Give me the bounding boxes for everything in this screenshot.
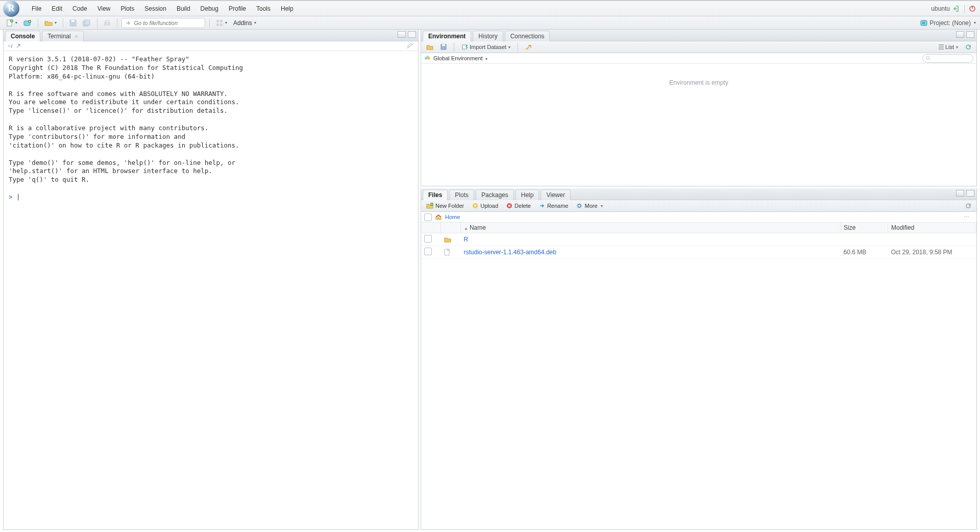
clear-workspace-button[interactable] <box>523 43 534 51</box>
svg-rect-7 <box>71 20 75 22</box>
project-selector[interactable]: R Project: (None) ▾ <box>920 19 976 27</box>
files-tabbar: Files Plots Packages Help Viewer <box>421 188 976 200</box>
table-row[interactable]: R <box>421 233 976 246</box>
tab-history[interactable]: History <box>473 31 503 41</box>
env-toolbar: Import Dataset ▾ List ▾ <box>421 41 976 53</box>
svg-rect-15 <box>220 23 223 26</box>
scope-icon <box>424 55 431 61</box>
svg-point-25 <box>926 56 929 59</box>
select-all-checkbox[interactable] <box>424 213 432 221</box>
project-icon: R <box>920 19 927 27</box>
menu-build[interactable]: Build <box>172 3 195 14</box>
svg-rect-14 <box>216 23 219 26</box>
grid-button[interactable]: ▾ <box>214 18 229 28</box>
menu-edit[interactable]: Edit <box>46 3 67 14</box>
file-size <box>841 233 888 246</box>
menu-plots[interactable]: Plots <box>116 3 140 14</box>
tab-packages[interactable]: Packages <box>476 189 514 200</box>
files-toolbar: New Folder Upload Delete Rename More <box>421 200 976 212</box>
refresh-files-button[interactable] <box>963 202 973 210</box>
refresh-button[interactable] <box>963 43 973 51</box>
popout-icon[interactable] <box>15 43 21 49</box>
svg-rect-13 <box>220 20 223 22</box>
save-button[interactable] <box>67 18 79 28</box>
menu-debug[interactable]: Debug <box>195 3 224 14</box>
upload-button[interactable]: Upload <box>470 202 500 210</box>
file-icon <box>441 246 461 259</box>
save-all-button[interactable] <box>81 18 93 28</box>
maximize-pane-button[interactable] <box>966 190 974 197</box>
minimize-pane-button[interactable] <box>956 31 964 38</box>
search-icon <box>926 56 931 61</box>
more-button[interactable]: More ▾ <box>574 202 604 210</box>
tab-environment[interactable]: Environment <box>423 31 471 41</box>
minimize-pane-button[interactable] <box>398 31 406 38</box>
tab-console[interactable]: Console <box>5 31 40 41</box>
goto-file-function-box[interactable] <box>121 18 205 28</box>
menu-tools[interactable]: Tools <box>251 3 276 14</box>
new-file-button[interactable]: ▾ <box>4 18 19 28</box>
caret-icon: ▾ <box>485 57 487 61</box>
path-more-button[interactable]: ⋯ <box>964 214 973 221</box>
rename-button[interactable]: Rename <box>537 202 571 210</box>
sign-out-icon[interactable] <box>953 5 960 12</box>
menubar: R File Edit Code View Plots Session Buil… <box>0 0 980 16</box>
new-project-button[interactable] <box>21 18 34 28</box>
import-dataset-button[interactable]: Import Dataset ▾ <box>459 43 512 51</box>
menu-profile[interactable]: Profile <box>224 3 251 14</box>
tab-viewer[interactable]: Viewer <box>541 189 570 200</box>
close-icon[interactable]: × <box>75 34 78 39</box>
table-row[interactable]: rstudio-server-1.1.463-amd64.deb60.6 MBO… <box>421 246 976 259</box>
maximize-pane-button[interactable] <box>966 31 974 38</box>
menu-session[interactable]: Session <box>139 3 172 14</box>
home-icon[interactable] <box>435 214 442 220</box>
caret-icon: ▾ <box>956 45 958 50</box>
tab-files[interactable]: Files <box>423 189 448 200</box>
file-name-link[interactable]: R <box>464 236 469 243</box>
minimize-pane-button[interactable] <box>956 190 964 197</box>
col-modified[interactable]: Modified <box>888 223 976 233</box>
caret-icon: ▾ <box>974 20 976 25</box>
power-icon[interactable] <box>969 5 976 12</box>
svg-rect-12 <box>216 20 219 22</box>
file-name-link[interactable]: rstudio-server-1.1.463-amd64.deb <box>464 249 556 256</box>
env-empty-text: Environment is empty <box>669 79 728 86</box>
divider <box>964 5 965 13</box>
save-workspace-button[interactable] <box>438 43 449 51</box>
tab-plots[interactable]: Plots <box>449 189 474 200</box>
menu-file[interactable]: File <box>27 3 46 14</box>
console-output[interactable]: R version 3.5.1 (2018-07-02) -- "Feather… <box>4 51 418 529</box>
addins-button[interactable]: Addins ▾ <box>231 18 258 28</box>
breadcrumb-home[interactable]: Home <box>445 214 460 220</box>
tab-terminal[interactable]: Terminal× <box>42 31 83 41</box>
svg-text:R: R <box>922 21 925 26</box>
maximize-pane-button[interactable] <box>408 31 416 38</box>
menu-view[interactable]: View <box>92 3 116 14</box>
col-name[interactable]: ▲Name <box>461 223 841 233</box>
tab-connections[interactable]: Connections <box>505 31 550 41</box>
svg-rect-21 <box>526 48 528 50</box>
import-icon <box>461 44 469 50</box>
menu-help[interactable]: Help <box>276 3 299 14</box>
environment-pane: Environment History Connections I <box>421 30 977 186</box>
print-button[interactable] <box>102 18 113 28</box>
goto-input[interactable] <box>133 19 202 27</box>
row-checkbox[interactable] <box>424 235 432 243</box>
delete-button[interactable]: Delete <box>504 202 533 210</box>
row-checkbox[interactable] <box>424 248 432 255</box>
col-size[interactable]: Size <box>841 223 888 233</box>
clear-console-icon[interactable] <box>407 43 414 49</box>
caret-icon: ▾ <box>508 45 510 50</box>
scope-selector[interactable]: Global Environment ▾ <box>433 55 487 61</box>
files-pane: Files Plots Packages Help Viewer New Fol… <box>421 188 977 530</box>
tab-help[interactable]: Help <box>516 189 540 200</box>
env-view-mode-button[interactable]: List ▾ <box>936 43 960 51</box>
load-workspace-button[interactable] <box>424 43 435 51</box>
goto-arrow-icon <box>125 20 130 26</box>
new-folder-button[interactable]: New Folder <box>424 202 466 210</box>
open-file-button[interactable]: ▾ <box>42 18 59 28</box>
svg-rect-9 <box>85 20 90 25</box>
svg-point-30 <box>578 204 581 207</box>
env-search-box[interactable] <box>922 54 973 63</box>
menu-code[interactable]: Code <box>67 3 92 14</box>
